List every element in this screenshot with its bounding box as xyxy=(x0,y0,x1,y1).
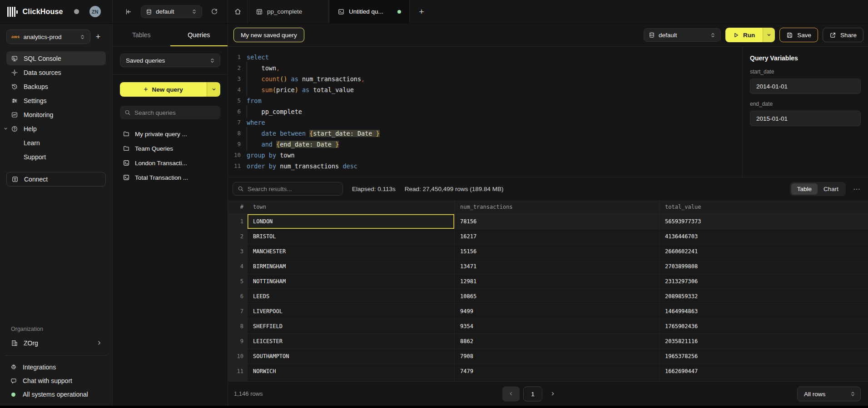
sidebar-item-settings[interactable]: Settings xyxy=(6,93,106,108)
cell[interactable]: 13471 xyxy=(454,259,659,274)
saved-query-item[interactable]: Team Queries xyxy=(120,141,220,156)
cell[interactable]: 6 xyxy=(228,289,248,304)
add-service-button[interactable]: + xyxy=(90,32,106,42)
cell[interactable]: LIVERPOOL xyxy=(248,304,454,319)
cell[interactable]: 8862 xyxy=(454,334,659,349)
sidebar-footer-chat-with-support[interactable]: Chat with support xyxy=(5,374,107,388)
save-button[interactable]: Save xyxy=(779,28,818,42)
cell[interactable]: 1965378256 xyxy=(659,349,868,364)
more-options-button[interactable]: ⋯ xyxy=(851,185,863,193)
view-toggle-chart[interactable]: Chart xyxy=(818,183,844,195)
cell[interactable]: 11 xyxy=(228,364,248,379)
table-row[interactable]: 4BIRMINGHAM134712703899808 xyxy=(228,259,868,274)
cell[interactable]: MANCHESTER xyxy=(248,244,454,259)
sidebar-subitem-support[interactable]: Support xyxy=(6,150,106,164)
cell[interactable]: LEICESTER xyxy=(248,334,454,349)
cell[interactable]: 2035821116 xyxy=(659,334,868,349)
cell[interactable]: 12981 xyxy=(454,274,659,289)
cell[interactable]: 2703899808 xyxy=(659,259,868,274)
cell[interactable]: NOTTINGHAM xyxy=(248,274,454,289)
new-query-menu-button[interactable] xyxy=(207,82,220,97)
cell[interactable]: 15156 xyxy=(454,244,659,259)
saved-queries-dropdown[interactable]: Saved queries xyxy=(120,54,220,67)
sidebar-item-backups[interactable]: Backups xyxy=(6,79,106,93)
top-tab-pp-complete[interactable]: pp_complete xyxy=(247,0,329,23)
sidebar-item-help[interactable]: Help xyxy=(6,122,106,136)
sidebar-item-data-sources[interactable]: Data sources xyxy=(6,65,106,79)
code-line[interactable]: 10group by town xyxy=(228,150,742,161)
next-page-button[interactable] xyxy=(546,386,560,401)
tab-queries[interactable]: Queries xyxy=(170,24,228,46)
code-line[interactable]: 1select xyxy=(228,52,742,63)
cell[interactable]: NORWICH xyxy=(248,364,454,379)
run-database-selector[interactable]: default xyxy=(644,28,721,42)
previous-page-button[interactable] xyxy=(502,386,520,401)
table-row[interactable]: 6LEEDS108652089859332 xyxy=(228,289,868,304)
page-size-selector[interactable]: All rows xyxy=(797,386,861,401)
database-selector[interactable]: default xyxy=(141,5,202,18)
organization-item[interactable]: ZOrg xyxy=(6,336,106,350)
connect-button[interactable]: Connect xyxy=(6,172,106,187)
cell[interactable]: 7908 xyxy=(454,349,659,364)
cell[interactable]: 5 xyxy=(228,274,248,289)
code-line[interactable]: 3 count() as num_transactions, xyxy=(228,74,742,84)
saved-query-item[interactable]: London Transacti... xyxy=(120,156,220,170)
column-header-total_value[interactable]: total_value xyxy=(659,200,868,214)
sql-editor[interactable]: 1select2 town,3 count() as num_transacti… xyxy=(228,47,742,177)
cell[interactable]: 9354 xyxy=(454,319,659,334)
view-toggle-table[interactable]: Table xyxy=(791,183,818,195)
cell[interactable]: 1662690447 xyxy=(659,364,868,379)
avatar[interactable]: ZN xyxy=(89,6,101,17)
saved-query-item[interactable]: Total Transaction ... xyxy=(120,170,220,185)
table-row[interactable]: 8SHEFFIELD93541765902436 xyxy=(228,319,868,334)
sidebar-footer-all-systems-operational[interactable]: All systems operational xyxy=(5,388,107,401)
code-line[interactable]: 4 sum(price) as total_value xyxy=(228,84,742,95)
search-results-input[interactable]: Search results... xyxy=(233,182,343,196)
table-row[interactable]: 2BRISTOL162174136446703 xyxy=(228,229,868,244)
variable-input-start_date[interactable]: 2014-01-01 xyxy=(750,79,861,94)
cell[interactable]: 2089859332 xyxy=(659,289,868,304)
tab-tables[interactable]: Tables xyxy=(113,24,170,46)
column-header-town[interactable]: town xyxy=(248,200,454,214)
top-tab-untitled-qu-[interactable]: Untitled qu... xyxy=(329,0,410,23)
cell[interactable]: SOUTHAMPTON xyxy=(248,349,454,364)
cell[interactable]: 7479 xyxy=(454,364,659,379)
table-row[interactable]: 1LONDON7815656593977373 xyxy=(228,214,868,229)
table-row[interactable]: 10SOUTHAMPTON79081965378256 xyxy=(228,349,868,364)
table-row[interactable]: 7LIVERPOOL94991464994863 xyxy=(228,304,868,319)
code-line[interactable]: 6 pp_complete xyxy=(228,106,742,117)
cell[interactable]: 78156 xyxy=(454,214,659,229)
cell[interactable]: 8 xyxy=(228,319,248,334)
cell[interactable]: SHEFFIELD xyxy=(248,319,454,334)
notification-dot-icon[interactable] xyxy=(74,9,79,14)
cell[interactable]: 10 xyxy=(228,349,248,364)
new-tab-button[interactable]: + xyxy=(410,0,433,23)
cell[interactable]: 16217 xyxy=(454,229,659,244)
table-row[interactable]: 5NOTTINGHAM129812313297306 xyxy=(228,274,868,289)
code-line[interactable]: 11order by num_transactions desc xyxy=(228,161,742,172)
cell[interactable]: 1 xyxy=(228,214,248,229)
column-header-num_transactions[interactable]: num_transactions xyxy=(454,200,659,214)
cell[interactable]: LONDON xyxy=(248,214,454,229)
sidebar-item-monitoring[interactable]: Monitoring xyxy=(6,108,106,122)
cell[interactable]: BRISTOL xyxy=(248,229,454,244)
cell[interactable]: 3 xyxy=(228,244,248,259)
code-line[interactable]: 9 and {end_date: Date } xyxy=(228,139,742,150)
service-selector[interactable]: aws analytics-prod xyxy=(6,29,90,44)
cell[interactable]: LEEDS xyxy=(248,289,454,304)
sidebar-subitem-learn[interactable]: Learn xyxy=(6,136,106,150)
home-icon[interactable] xyxy=(228,0,247,23)
cell[interactable]: 2313297306 xyxy=(659,274,868,289)
code-line[interactable]: 8 date between {start_date: Date } xyxy=(228,128,742,139)
cell[interactable]: 1464994863 xyxy=(659,304,868,319)
cell[interactable]: 9 xyxy=(228,334,248,349)
cell[interactable]: 56593977373 xyxy=(659,214,868,229)
cell[interactable]: BIRMINGHAM xyxy=(248,259,454,274)
cell[interactable]: 4136446703 xyxy=(659,229,868,244)
table-row[interactable]: 3MANCHESTER151562660602241 xyxy=(228,244,868,259)
saved-query-item[interactable]: My private query ... xyxy=(120,127,220,141)
code-line[interactable]: 7where xyxy=(228,117,742,128)
cell[interactable]: 9499 xyxy=(454,304,659,319)
cell[interactable]: 2660602241 xyxy=(659,244,868,259)
page-number-input[interactable]: 1 xyxy=(523,386,542,401)
